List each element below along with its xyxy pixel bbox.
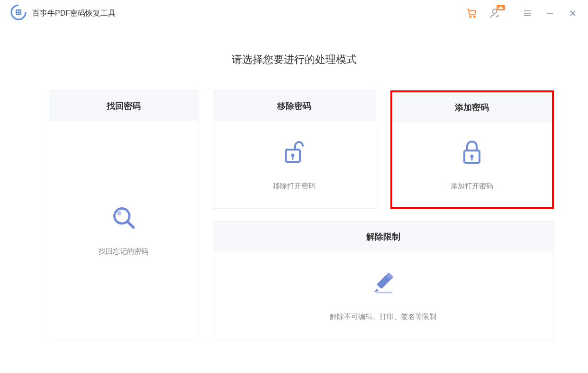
minimize-icon[interactable] — [543, 7, 557, 20]
magnifier-icon — [110, 204, 137, 231]
lock-icon — [459, 139, 485, 166]
svg-rect-4 — [17, 13, 18, 14]
card-recover-password[interactable]: 找回密码 找回忘记的密码 — [49, 90, 199, 339]
app-title: 百事牛PDF密码恢复工具 — [32, 9, 116, 18]
svg-point-6 — [470, 16, 471, 18]
card-desc: 找回忘记的密码 — [99, 247, 148, 256]
account-icon[interactable] — [488, 7, 501, 20]
svg-line-17 — [127, 222, 133, 227]
app-logo-icon — [10, 4, 27, 22]
svg-point-16 — [117, 211, 121, 215]
svg-rect-3 — [19, 11, 20, 12]
card-body: 移除打开密码 — [213, 121, 376, 208]
svg-rect-5 — [19, 13, 20, 14]
card-remove-restriction[interactable]: 解除限制 解除不可编辑、打印、签名等限制 — [213, 221, 554, 339]
card-desc: 解除不可编辑、打印、签名等限制 — [330, 312, 436, 321]
menu-icon[interactable] — [521, 7, 534, 20]
card-title: 添加密码 — [392, 92, 552, 123]
card-title: 找回密码 — [49, 91, 198, 121]
card-title: 移除密码 — [213, 91, 376, 121]
card-remove-password[interactable]: 移除密码 移除打开密码 — [213, 90, 376, 209]
svg-rect-2 — [17, 11, 18, 12]
close-icon[interactable] — [566, 7, 579, 20]
page-title: 请选择您要进行的处理模式 — [0, 53, 588, 67]
svg-point-8 — [493, 9, 497, 13]
card-body: 添加打开密码 — [392, 123, 552, 207]
card-desc: 移除打开密码 — [273, 182, 316, 191]
cart-icon[interactable] — [465, 7, 479, 20]
titlebar-divider — [511, 9, 511, 18]
card-title: 解除限制 — [213, 222, 553, 252]
titlebar: 百事牛PDF密码恢复工具 — [0, 0, 588, 27]
mode-grid: 找回密码 找回忘记的密码 移除密码 移除打 — [49, 90, 540, 339]
svg-point-7 — [474, 16, 475, 18]
pencil-icon — [370, 270, 397, 296]
card-add-password[interactable]: 添加密码 添加打开密码 — [390, 90, 554, 209]
vip-badge-icon — [497, 5, 505, 10]
card-body: 解除不可编辑、打印、签名等限制 — [213, 252, 553, 339]
card-desc: 添加打开密码 — [451, 182, 493, 191]
unlock-icon — [281, 139, 308, 166]
svg-rect-1 — [16, 9, 21, 15]
titlebar-right — [465, 7, 579, 20]
card-body: 找回忘记的密码 — [49, 121, 198, 339]
titlebar-left: 百事牛PDF密码恢复工具 — [10, 4, 116, 22]
